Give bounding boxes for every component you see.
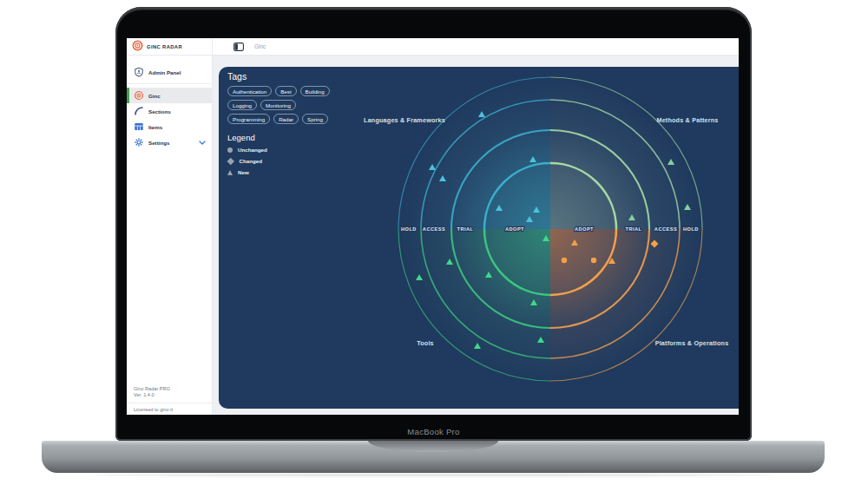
- legend-circle-icon: [227, 147, 233, 153]
- radar-blip-circle[interactable]: [591, 258, 596, 263]
- chevron-down-icon[interactable]: [199, 141, 206, 145]
- tag-chip-list: AuthenticationBestBuildingLoggingMonitor…: [227, 86, 335, 124]
- ring-label-hold: HOLD: [683, 226, 699, 232]
- sidebar-item-label: Sections: [148, 108, 171, 115]
- sidebar-item-label: Ginc: [148, 93, 161, 99]
- legend-item-label: Unchanged: [238, 147, 267, 153]
- brand-name: GINC RADAR: [147, 44, 182, 49]
- legend-item-label: Changed: [240, 158, 262, 164]
- tag-chip-programming[interactable]: Programming: [227, 114, 270, 124]
- table-icon: [134, 121, 144, 132]
- sidebar-item-items[interactable]: Items: [127, 119, 212, 134]
- legend-list: UnchangedChangedNew: [227, 147, 337, 175]
- ring-label-adopt: ADOPT: [505, 226, 524, 232]
- sidebar-item-label: Items: [148, 124, 162, 130]
- admin-shield-icon: [134, 67, 144, 77]
- sidebar: Admin PanelGincSectionsItemsSettings Gin…: [127, 56, 213, 415]
- macbook-base: [42, 441, 825, 473]
- content-area: HOLDACCESSTRIALADOPTADOPTTRIALACCESSHOLD…: [213, 56, 739, 415]
- ring-label-trial: TRIAL: [626, 226, 642, 232]
- radar-target-icon: [132, 39, 143, 55]
- quadrant-fill-bottom-right: [550, 229, 702, 381]
- topbar: GINC RADAR Ginc: [127, 38, 739, 56]
- footer-divider: [127, 403, 212, 403]
- legend-diamond-icon: [227, 158, 234, 165]
- legend-item-unchanged: Unchanged: [227, 147, 337, 153]
- brand: GINC RADAR: [127, 38, 213, 55]
- sidebar-nav: Admin PanelGincSectionsItemsSettings: [127, 56, 212, 150]
- radar-blip-circle[interactable]: [562, 258, 567, 263]
- footer-version: Ver. 1.4.0: [134, 392, 212, 398]
- tag-chip-spring[interactable]: Spring: [302, 114, 328, 124]
- tag-chip-building[interactable]: Building: [300, 86, 330, 96]
- legend-heading: Legend: [227, 133, 337, 142]
- footer-license: Licensed to ginc-it: [134, 407, 212, 413]
- tag-chip-logging[interactable]: Logging: [227, 100, 257, 110]
- sidebar-footer: Ginc Radar PRO Ver. 1.4.0 Licensed to gi…: [127, 386, 212, 413]
- legend-item-new: New: [227, 169, 337, 175]
- sidebar-item-label: Admin Panel: [148, 69, 181, 75]
- sidebar-item-label: Settings: [148, 140, 169, 146]
- legend-triangle-icon: [227, 170, 233, 175]
- sidebar-item-settings[interactable]: Settings: [127, 134, 212, 150]
- page-title: Ginc: [254, 43, 266, 49]
- quadrant-label-top-right: Methods & Patterns: [656, 116, 718, 124]
- ring-label-hold: HOLD: [401, 226, 417, 232]
- ring-label-access: ACCESS: [423, 226, 445, 232]
- quadrant-fill-bottom-left: [398, 229, 550, 381]
- ring-label-access: ACCESS: [654, 226, 677, 232]
- radar-dot-icon: [134, 90, 144, 101]
- tag-chip-authentication[interactable]: Authentication: [227, 86, 272, 96]
- macbook-bezel: GINC RADAR Ginc Admin PanelGincSectionsI…: [115, 7, 752, 441]
- radar-panel: HOLDACCESSTRIALADOPTADOPTTRIALACCESSHOLD…: [219, 67, 739, 409]
- sidebar-item-sections[interactable]: Sections: [127, 103, 212, 119]
- gear-icon: [134, 137, 144, 147]
- sidebar-divider: [127, 83, 212, 84]
- app-window: GINC RADAR Ginc Admin PanelGincSectionsI…: [127, 38, 739, 415]
- tag-chip-monitoring[interactable]: Monitoring: [260, 100, 296, 110]
- radar-side-overlay: Tags AuthenticationBestBuildingLoggingMo…: [227, 71, 337, 180]
- tag-chip-best[interactable]: Best: [275, 86, 296, 96]
- quadrant-label-top-left: Languages & Frameworks: [364, 116, 445, 124]
- sidebar-item-admin-panel[interactable]: Admin Panel: [127, 64, 212, 80]
- arc-icon: [134, 106, 144, 116]
- ring-label-adopt: ADOPT: [575, 226, 594, 232]
- sidebar-item-ginc[interactable]: Ginc: [127, 88, 212, 103]
- quadrant-label-bottom-right: Platforms & Operations: [655, 339, 729, 347]
- ring-label-trial: TRIAL: [457, 226, 474, 232]
- macbook-notch: [368, 441, 498, 452]
- legend-item-label: New: [238, 169, 249, 175]
- macbook-mockup: GINC RADAR Ginc Admin PanelGincSectionsI…: [0, 0, 868, 485]
- macbook-shadow: [95, 474, 773, 476]
- quadrant-fill-top-right: [550, 77, 702, 229]
- quadrant-label-bottom-left: Tools: [417, 339, 434, 347]
- tags-heading: Tags: [227, 71, 337, 82]
- sidebar-toggle-icon[interactable]: [233, 43, 244, 51]
- legend-item-changed: Changed: [227, 158, 337, 164]
- footer-product: Ginc Radar PRO: [134, 386, 212, 392]
- quadrant-fill-top-left: [398, 77, 550, 229]
- macbook-label: MacBook Pro: [115, 427, 752, 436]
- tag-chip-radar[interactable]: Radar: [273, 114, 299, 124]
